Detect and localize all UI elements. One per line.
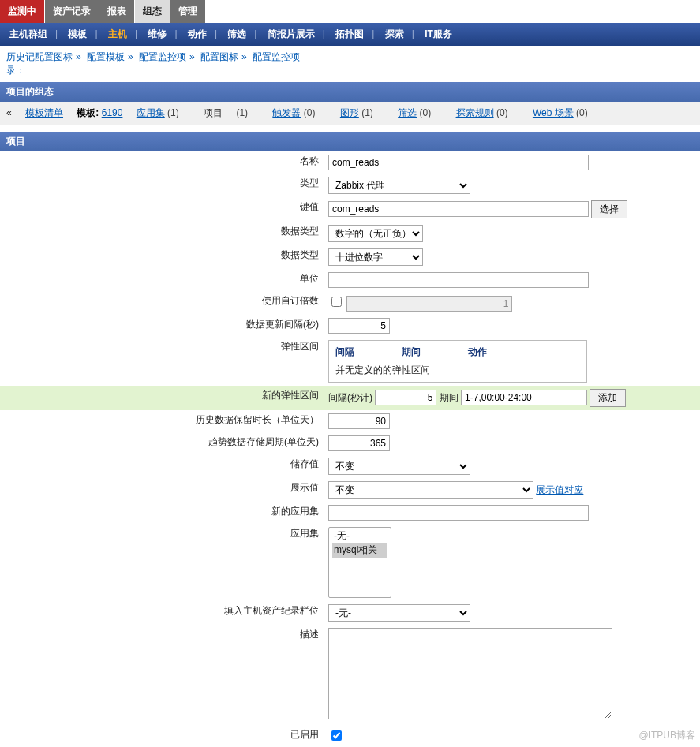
lb-items: 项目 (1): [204, 107, 259, 118]
history-item[interactable]: 配置图标: [200, 51, 238, 62]
nav-templates[interactable]: 模板: [65, 28, 90, 41]
label-trend: 趋势数据存储周期(单位天): [0, 432, 324, 454]
watermark: @ITPUB博客: [638, 729, 695, 742]
lb-screens[interactable]: 筛选: [398, 107, 417, 118]
nav-screens[interactable]: 筛选: [224, 28, 249, 41]
lb-web[interactable]: Web 场景: [533, 107, 574, 118]
mult-factor-input: [346, 296, 512, 312]
desc-textarea[interactable]: [328, 628, 612, 719]
label-key: 键值: [0, 197, 324, 222]
tab-inventory[interactable]: 资产记录: [45, 0, 99, 23]
flex-empty: 并无定义的的弹性区间: [335, 364, 580, 377]
name-input[interactable]: [328, 155, 589, 170]
label-desc: 描述: [0, 625, 324, 725]
tab-admin[interactable]: 管理: [170, 0, 206, 23]
newflex-interval-input[interactable]: [375, 390, 436, 405]
template-listbar: « 模板清单 模板: 6190 应用集 (1) 项目 (1) 触发器 (0) 图…: [0, 102, 700, 125]
tab-reports[interactable]: 报表: [99, 0, 135, 23]
nav-discovery[interactable]: 探索: [382, 28, 407, 41]
show-select[interactable]: 不变: [328, 481, 533, 499]
interval-input[interactable]: [328, 318, 390, 334]
template-id-link[interactable]: 6190: [102, 107, 123, 118]
newflex-period-input[interactable]: [461, 390, 587, 405]
label-newapp: 新的应用集: [0, 502, 324, 524]
show-map-link[interactable]: 展示值对应: [536, 484, 583, 495]
nav-itservices[interactable]: IT服务: [421, 28, 455, 41]
lb-graphs[interactable]: 图形: [340, 107, 359, 118]
label-dtype: 数据类型: [0, 222, 324, 245]
label-unit: 单位: [0, 269, 324, 291]
nav-hosts[interactable]: 主机: [105, 28, 130, 41]
lb-triggers[interactable]: 触发器: [272, 107, 301, 118]
label-store: 储存值: [0, 454, 324, 478]
trend-input[interactable]: [328, 435, 390, 451]
label-mult: 使用自订倍数: [0, 291, 324, 315]
history-bar: 历史记录： 配置图标» 配置模板» 配置监控项» 配置图标» 配置监控项: [0, 46, 700, 82]
label-inv: 填入主机资产纪录栏位: [0, 601, 324, 625]
label-enabled: 已启用: [0, 725, 324, 746]
label-apps: 应用集: [0, 524, 324, 601]
label-name: 名称: [0, 151, 324, 174]
label-interval: 数据更新间隔(秒): [0, 315, 324, 337]
mult-checkbox[interactable]: [331, 297, 342, 307]
label-hist: 历史数据保留时长（单位天）: [0, 410, 324, 432]
nav-slides[interactable]: 简报片展示: [264, 28, 318, 41]
history-item[interactable]: 配置模板: [87, 51, 125, 62]
history-item[interactable]: 配置监控项: [139, 51, 186, 62]
label-show: 展示值: [0, 478, 324, 502]
history-label: 历史记录：: [6, 50, 35, 77]
enabled-checkbox[interactable]: [331, 730, 342, 741]
history-input[interactable]: [328, 413, 390, 429]
key-input[interactable]: [328, 201, 589, 217]
dfmt-select[interactable]: 十进位数字: [328, 248, 423, 266]
section-header-item: 项目: [0, 132, 700, 151]
label-newflex: 新的弹性区间: [0, 386, 324, 410]
label-type: 类型: [0, 174, 324, 197]
section-header-config: 项目的组态: [0, 82, 700, 102]
sub-nav: 主机群组| 模板| 主机| 维修| 动作| 筛选| 简报片展示| 拓扑图| 探索…: [0, 23, 700, 46]
unit-input[interactable]: [328, 272, 589, 288]
nav-actions[interactable]: 动作: [185, 28, 210, 41]
lb-apps[interactable]: 应用集: [137, 107, 165, 118]
history-item[interactable]: 配置监控项: [253, 51, 300, 62]
label-dfmt: 数据类型: [0, 245, 324, 269]
tab-config[interactable]: 组态: [135, 0, 170, 23]
nav-hostgroups[interactable]: 主机群组: [6, 28, 51, 41]
tab-monitoring[interactable]: 监测中: [0, 0, 45, 23]
newapp-input[interactable]: [328, 505, 589, 521]
apps-select[interactable]: -无- mysql相关: [328, 527, 391, 598]
nav-maps[interactable]: 拓扑图: [332, 28, 367, 41]
newflex-add-button[interactable]: 添加: [590, 389, 626, 407]
lb-discovery[interactable]: 探索规则: [456, 107, 494, 118]
dtype-select[interactable]: 数字的（无正负）: [328, 225, 423, 242]
history-item[interactable]: 配置图标: [35, 51, 73, 62]
store-select[interactable]: 不变: [328, 458, 470, 475]
type-select[interactable]: Zabbix 代理: [328, 177, 470, 194]
item-form: 名称 类型 Zabbix 代理 键值 选择 数据类型 数字的（无正负） 数据类型…: [0, 151, 700, 746]
inventory-select[interactable]: -无-: [328, 604, 470, 622]
label-flex: 弹性区间: [0, 337, 324, 386]
back-link[interactable]: « 模板清单: [6, 107, 63, 118]
flex-box: 间隔 期间 动作 并无定义的的弹性区间: [328, 340, 587, 383]
nav-maintenance[interactable]: 维修: [144, 28, 170, 41]
key-select-button[interactable]: 选择: [591, 200, 627, 218]
top-tabs: 监测中 资产记录 报表 组态 管理: [0, 0, 700, 23]
